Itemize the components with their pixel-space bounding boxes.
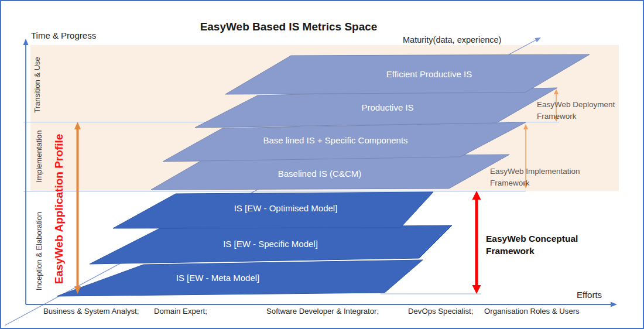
maturity-axis-label: Maturity(data, experience): [403, 35, 501, 44]
band-label-implementation: Implementation: [35, 131, 43, 183]
y-axis-label: Time & Progress: [31, 30, 96, 40]
role-label-devops-specialist: DevOps Specialist;: [408, 307, 473, 316]
layer-label-optimised-model: IS [EW - Optimised Model]: [234, 203, 338, 213]
layer-label-productive-is: Productive IS: [361, 102, 413, 112]
layer-label-specific-model: IS [EW - Specific Model]: [223, 239, 318, 249]
implementation-framework-label-line2: Framework: [490, 179, 530, 187]
implementation-framework-label-line1: EasyWeb Implementation: [490, 167, 580, 176]
layer-label-baselined-specific-components: Base lined IS + Specific Components: [263, 135, 407, 145]
layer-label-baselined-ccm: Baselined IS (C&CM): [278, 169, 362, 179]
conceptual-framework-label-line1: EasyWeb Conceptual: [486, 234, 578, 244]
role-label-software-developer-integrator: Software Developer & Integrator;: [266, 307, 379, 316]
is-metrics-space-diagram: Efficient Productive IS Productive IS Ba…: [0, 0, 644, 329]
band-label-transition-use: Transition & Use: [33, 57, 42, 113]
role-label-business-system-analyst: Business & System Analyst;: [43, 307, 139, 316]
role-label-organisation-roles-users: Organisation Roles & Users: [484, 307, 580, 316]
band-label-inception-elaboration: Inception & Elaboration: [35, 212, 43, 290]
role-label-domain-expert: Domain Expert;: [154, 307, 207, 316]
x-axis-label: Efforts: [577, 290, 602, 300]
deployment-framework-label-line2: Framework: [537, 112, 577, 121]
page-title: EasyWeb Based IS Metrics Space: [200, 20, 378, 33]
application-profile-label: EasyWeb Application Profile: [53, 134, 65, 285]
layer-label-efficient-productive-is: Efficient Productive IS: [386, 69, 472, 79]
layer-label-meta-model: IS [EW - Meta Model]: [176, 273, 260, 283]
conceptual-framework-label-line2: Framework: [486, 246, 535, 256]
deployment-framework-label-line1: EasyWeb Deployment: [537, 100, 615, 109]
